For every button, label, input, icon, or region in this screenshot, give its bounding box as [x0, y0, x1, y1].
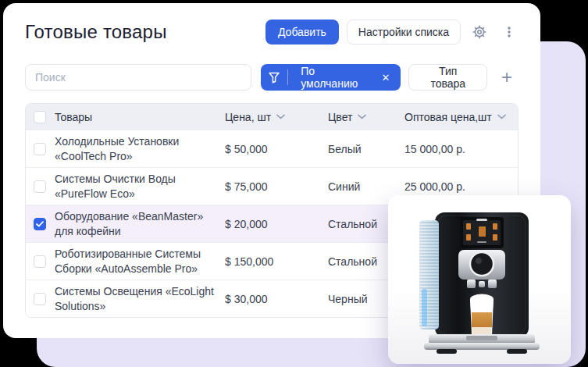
product-price: $ 75,000 [225, 180, 328, 193]
table-row[interactable]: Холодильные Установки «CoolTech Pro» $ 5… [26, 130, 518, 167]
product-price: $ 150,000 [225, 255, 328, 268]
page-title: Готовые товары [25, 21, 167, 43]
row-checkbox[interactable] [34, 293, 46, 305]
select-all-checkbox[interactable] [34, 111, 46, 123]
row-checkbox[interactable] [34, 255, 46, 268]
product-name: Оборудование «BeanMaster» для кофейни [55, 209, 225, 239]
column-header-color[interactable]: Цвет [328, 111, 366, 123]
plus-icon[interactable]: + [495, 65, 519, 90]
column-header-price[interactable]: Цена, шт [225, 111, 285, 123]
header-actions: Добавить Настройки списка [265, 20, 520, 45]
product-color: Белый [328, 143, 404, 155]
row-checkbox[interactable] [34, 218, 46, 230]
column-header-wholesale[interactable]: Оптовая цена,шт [404, 111, 506, 123]
product-wholesale-price: 15 000,00 р. [404, 143, 518, 155]
chevron-down-icon[interactable] [358, 114, 366, 119]
column-header-products[interactable]: Товары [55, 111, 92, 123]
list-settings-button[interactable]: Настройки списка [347, 20, 461, 45]
product-name: Системы Освещения «EcoLight Solutions» [55, 284, 225, 314]
gear-icon[interactable] [469, 21, 490, 43]
card-header: Готовые товары Добавить Настройки списка [3, 3, 540, 45]
coffee-machine-photo [388, 195, 571, 364]
toolbar: По умолчанию ✕ Тип товара + [25, 64, 519, 91]
product-name: Роботизированные Системы Сборки «AutoAss… [55, 247, 225, 276]
table-header-row: Товары Цена, шт Цвет [26, 104, 518, 130]
close-icon[interactable]: ✕ [381, 73, 401, 83]
product-wholesale-price: 25 000,00 р. [404, 180, 518, 193]
row-checkbox[interactable] [34, 180, 46, 193]
chevron-down-icon[interactable] [497, 114, 506, 119]
product-photo-card [388, 195, 571, 364]
product-name: Холодильные Установки «CoolTech Pro» [55, 134, 225, 164]
filter-funnel-icon [261, 72, 287, 84]
row-checkbox[interactable] [34, 143, 46, 155]
filter-chip-label: По умолчанию [288, 65, 381, 90]
product-type-button[interactable]: Тип товара [408, 64, 487, 91]
product-price: $ 30,000 [225, 293, 328, 305]
product-color: Синий [328, 180, 404, 193]
product-price: $ 50,000 [225, 143, 328, 155]
chevron-down-icon[interactable] [276, 114, 285, 119]
product-price: $ 20,000 [225, 218, 328, 230]
filter-chip[interactable]: По умолчанию ✕ [261, 64, 401, 91]
search-input[interactable] [25, 64, 251, 91]
product-name: Системы Очистки Воды «PureFlow Eco» [55, 172, 225, 201]
add-button[interactable]: Добавить [265, 20, 339, 45]
kebab-menu-icon[interactable] [498, 21, 520, 43]
